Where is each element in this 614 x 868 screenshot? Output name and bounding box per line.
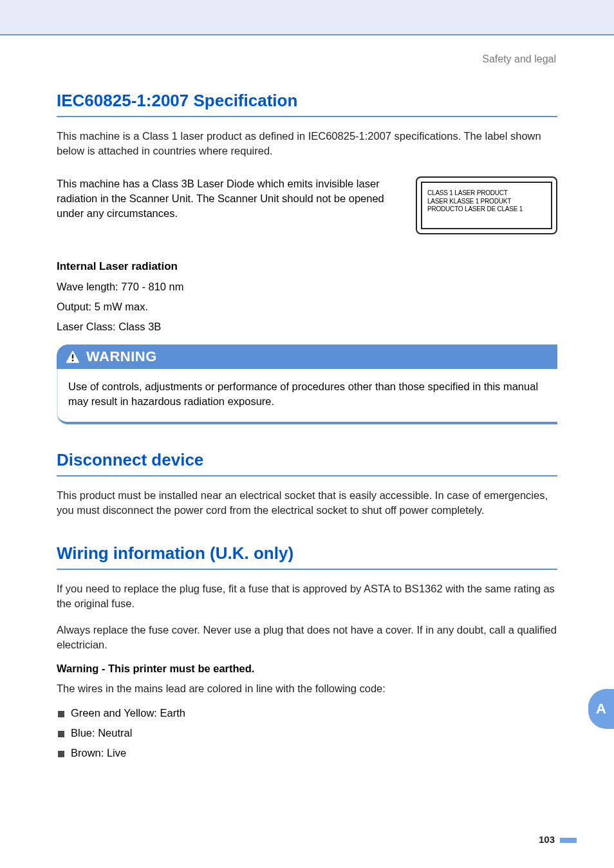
spec-wave-length: Wave length: 770 - 810 nm <box>57 281 557 293</box>
heading-iec-spec: IEC60825-1:2007 Specification <box>57 91 557 117</box>
wire-color-list: Green and Yellow: Earth Blue: Neutral Br… <box>57 703 557 763</box>
list-item-neutral: Blue: Neutral <box>57 723 557 743</box>
wiring-p2: Always replace the fuse cover. Never use… <box>57 623 557 652</box>
iec-diode-text: This machine has a Class 3B Laser Diode … <box>57 176 402 221</box>
page-content: IEC60825-1:2007 Specification This machi… <box>0 91 614 763</box>
iec-two-column: This machine has a Class 3B Laser Diode … <box>57 176 557 234</box>
warning-block: WARNING Use of controls, adjustments or … <box>57 344 557 424</box>
list-item-live: Brown: Live <box>57 743 557 763</box>
spec-output: Output: 5 mW max. <box>57 301 557 313</box>
heading-wiring: Wiring information (U.K. only) <box>57 543 557 570</box>
page-number-bar <box>560 838 577 843</box>
warning-body-text: Use of controls, adjustments or performa… <box>57 369 557 422</box>
heading-internal-laser: Internal Laser radiation <box>57 260 557 273</box>
warning-title: WARNING <box>86 348 157 365</box>
warning-triangle-icon <box>66 350 80 363</box>
svg-rect-1 <box>72 354 74 358</box>
iec-intro-text: This machine is a Class 1 laser product … <box>57 129 557 158</box>
heading-disconnect: Disconnect device <box>57 450 557 476</box>
disconnect-body-text: This product must be installed near an e… <box>57 488 557 518</box>
wiring-warning-bold: Warning - This printer must be earthed. <box>57 663 557 675</box>
warning-header: WARNING <box>57 344 557 369</box>
spec-laser-class: Laser Class: Class 3B <box>57 321 557 333</box>
label-line-1: CLASS 1 LASER PRODUCT <box>427 189 546 198</box>
wiring-p1: If you need to replace the plug fuse, fi… <box>57 581 557 611</box>
list-item-earth: Green and Yellow: Earth <box>57 703 557 723</box>
page-number: 103 <box>539 834 577 845</box>
laser-label-inner: CLASS 1 LASER PRODUCT LASER KLASSE 1 PRO… <box>421 182 552 229</box>
svg-rect-2 <box>72 359 74 361</box>
laser-label-box: CLASS 1 LASER PRODUCT LASER KLASSE 1 PRO… <box>416 176 557 234</box>
wiring-lead-text: The wires in the mains lead are colored … <box>57 681 557 696</box>
page-number-value: 103 <box>539 834 555 845</box>
top-banner <box>0 0 614 35</box>
label-line-3: PRODUCTO LASER DE CLASE 1 <box>427 205 546 214</box>
breadcrumb: Safety and legal <box>0 35 614 65</box>
label-line-2: LASER KLASSE 1 PRODUKT <box>427 198 546 206</box>
